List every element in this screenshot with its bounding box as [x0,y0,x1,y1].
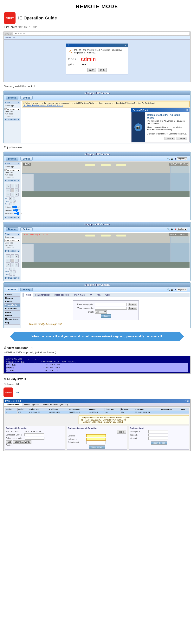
step4-ptz-upright[interactable]: ↗ [15,254,19,258]
zoom-plus[interactable]: + [9,203,12,205]
sidebar-ptz[interactable]: PTZ function [4,307,20,310]
sidebar-log[interactable]: Log [4,321,20,324]
sidebar-videoaudio[interactable]: Video&Audio [4,304,20,307]
step4-iris-minus[interactable]: - [13,268,15,270]
device-ip-input[interactable]: 192.168.1.101 [86,434,106,437]
auth-input[interactable] [25,437,44,440]
tab-audio[interactable]: Audio [103,293,112,297]
ptz-left[interactable]: ← [6,188,10,192]
step4-ptz-left[interactable]: ← [6,259,10,262]
sidebar-camera[interactable]: Camera [4,300,20,304]
step4-ptz-downright[interactable]: ↘ [15,263,19,267]
step5-language-select[interactable]: English [177,288,187,291]
step4-language-select[interactable]: English [177,228,187,230]
next-btn[interactable]: Next > [165,137,175,140]
panspeed-slider[interactable] [13,209,20,212]
ptz-downleft[interactable]: ↙ [6,192,10,196]
ipwizard-tab-params[interactable]: Device parameters (derived) [41,403,70,406]
dialog-close-btn[interactable]: ✕ [125,44,127,47]
ipwizard-close-btn[interactable]: ✕ [187,400,189,402]
step4-setting-btn[interactable]: Setting [20,227,33,231]
get-btn[interactable]: Get [6,440,12,444]
ptz-down[interactable]: ↓ [10,192,14,196]
tab-video[interactable]: Video [23,293,33,297]
setup-close-btn[interactable]: ✕ [186,109,188,111]
sidebar-system[interactable]: System [4,293,20,296]
tab-path[interactable]: Path [94,293,103,297]
browser-refresh-btn[interactable] [10,33,12,34]
gateway-input[interactable]: 192.168.1.1 [86,438,106,440]
video-path-input[interactable]: C:\IPC_PlaceAthVideo [95,307,127,310]
download-link[interactable]: click here download control After instal… [23,104,63,106]
step4-ptz-down[interactable]: ↓ [10,263,14,267]
clear-btn[interactable]: Clear Passwords [13,440,31,444]
ipwizard-minimize-btn[interactable]: _ [183,400,184,402]
sidebar-network[interactable]: Network [4,296,20,300]
step4-ptz-center[interactable]: · [10,259,14,262]
rtsp-input[interactable]: 554 [148,434,168,436]
stream-type-select[interactable]: Main stream [4,108,20,110]
step5-browse-btn[interactable]: Browse [6,288,18,291]
browser-forward-btn[interactable] [7,33,9,34]
step3-browse-btn[interactable]: Browse [6,157,18,160]
subnet-input[interactable]: 255.255.0 [86,441,106,444]
tiltspeed-slider[interactable] [12,206,20,208]
sidebar-record[interactable]: Record [4,314,20,318]
step3-setting-btn[interactable]: Setting [20,157,33,160]
tab-char-display[interactable]: Character display [33,293,52,297]
verif-input[interactable] [24,433,44,436]
photo-browse-btn[interactable]: Browse [128,303,137,306]
tab-motion[interactable]: Motion detection [52,293,71,297]
ok-button[interactable]: 确定 [87,68,96,72]
modify-port-btn[interactable]: Modify the port [151,441,167,444]
focus-plus[interactable]: + [10,200,13,202]
step4-ptz-right[interactable]: → [15,259,19,262]
browser-back-btn[interactable] [5,33,7,34]
search-btn[interactable]: search [117,430,126,434]
save-btn[interactable]: Save [101,314,111,318]
device-table-row[interactable]: 1 IPC IPG-EIH40-8S 192.168.0.100 255.255… [5,411,189,414]
step4-ptz-upleft[interactable]: ↖ [6,254,10,258]
cancel-button[interactable]: 取消 [98,68,107,72]
step4-focus-plus[interactable]: + [10,270,13,273]
step4-ptz-up[interactable]: ↑ [10,254,14,258]
iris-plus[interactable]: + [9,197,12,200]
tab-roi[interactable]: ROI [87,293,94,297]
password-input[interactable] [81,63,110,66]
modify-network-btn[interactable]: Modify network [89,446,105,449]
step5-setting-btn[interactable]: Setting [20,288,33,291]
tab-privacy[interactable]: Privacy mask [71,293,87,297]
focus-minus[interactable]: - [13,200,15,202]
language-select[interactable]: English [177,158,187,160]
step4-ptz-downleft[interactable]: ↙ [6,263,10,267]
step3-stream-select[interactable]: Main stream [4,169,20,172]
ipwizard-maximize-btn[interactable]: □ [185,400,186,402]
zoom-minus[interactable]: - [13,203,15,205]
step4-zoom-minus[interactable]: - [13,273,15,276]
step4-zoom-plus[interactable]: + [9,273,12,276]
photo-path-input[interactable]: C:\IPC_PlaceAthPhoto [95,303,127,306]
http-input[interactable]: 80 [148,437,168,440]
ipwizard-tab-browse[interactable]: Device Browser [4,403,22,406]
ptz-upright[interactable]: ↗ [15,184,19,188]
step4-iris-plus[interactable]: + [9,268,12,270]
video-browse-btn[interactable]: Browse [128,307,137,310]
ptz-upleft[interactable]: ↖ [6,184,10,188]
format-select[interactable]: avi [95,310,107,314]
setting-btn[interactable]: Setting [20,96,33,100]
step4-stream-select[interactable]: Main stream [4,239,20,242]
ptz-center[interactable]: · [10,188,14,192]
iris-minus[interactable]: - [13,197,15,200]
video-port-input[interactable]: 80 [148,430,168,433]
sidebar-manage[interactable]: Manage Users [4,318,20,321]
setup-cancel-btn[interactable]: Cancel [177,137,188,140]
step4-focus-minus[interactable]: - [13,270,15,273]
browse-btn[interactable]: Browse [6,96,18,100]
address-bar[interactable]: 192.168.1.110 [13,32,189,35]
ipwizard-tab-upgrade[interactable]: Device Upgrades [22,403,41,406]
ptz-right[interactable]: → [15,188,19,192]
ptz-up[interactable]: ↑ [10,184,14,188]
step4-browse-btn[interactable]: Browse [6,227,18,231]
sidebar-alarm[interactable]: Alarm [4,310,20,314]
ptz-downright[interactable]: ↘ [15,192,19,196]
